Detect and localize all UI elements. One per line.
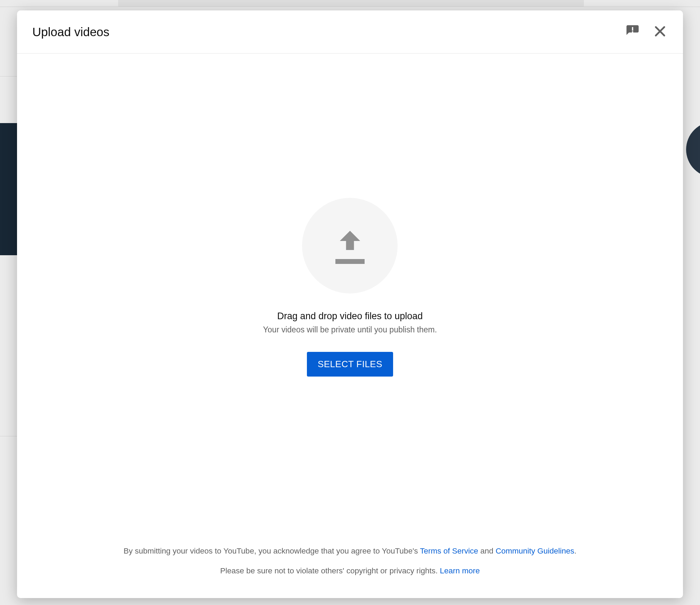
footer-text: and (478, 547, 496, 555)
terms-of-service-link[interactable]: Terms of Service (420, 547, 478, 555)
upload-icon (335, 227, 365, 264)
upload-arrow-icon (336, 227, 364, 255)
close-icon (653, 24, 667, 40)
community-guidelines-link[interactable]: Community Guidelines (496, 547, 574, 555)
feedback-button[interactable] (625, 24, 640, 40)
modal-footer: By submitting your videos to YouTube, yo… (17, 541, 683, 598)
modal-title: Upload videos (32, 25, 109, 39)
footer-text: By submitting your videos to YouTube, yo… (124, 547, 420, 555)
upload-drop-area[interactable]: Drag and drop video files to upload Your… (263, 198, 437, 377)
feedback-icon (625, 24, 640, 40)
close-button[interactable] (652, 24, 668, 40)
footer-text: . (574, 547, 576, 555)
upload-circle[interactable] (302, 198, 398, 293)
upload-base-line (335, 259, 365, 264)
modal-header: Upload videos (17, 10, 683, 54)
learn-more-link[interactable]: Learn more (440, 566, 480, 575)
upload-heading: Drag and drop video files to upload (277, 311, 423, 322)
select-files-button[interactable]: SELECT FILES (307, 352, 393, 377)
footer-line-1: By submitting your videos to YouTube, yo… (31, 541, 669, 561)
footer-text: Please be sure not to violate others' co… (220, 566, 440, 575)
footer-line-2: Please be sure not to violate others' co… (31, 561, 669, 581)
modal-header-actions (625, 24, 668, 40)
upload-subtext: Your videos will be private until you pu… (263, 325, 437, 334)
modal-overlay: Upload videos (0, 0, 700, 605)
upload-modal: Upload videos (17, 10, 683, 598)
modal-body[interactable]: Drag and drop video files to upload Your… (17, 54, 683, 541)
